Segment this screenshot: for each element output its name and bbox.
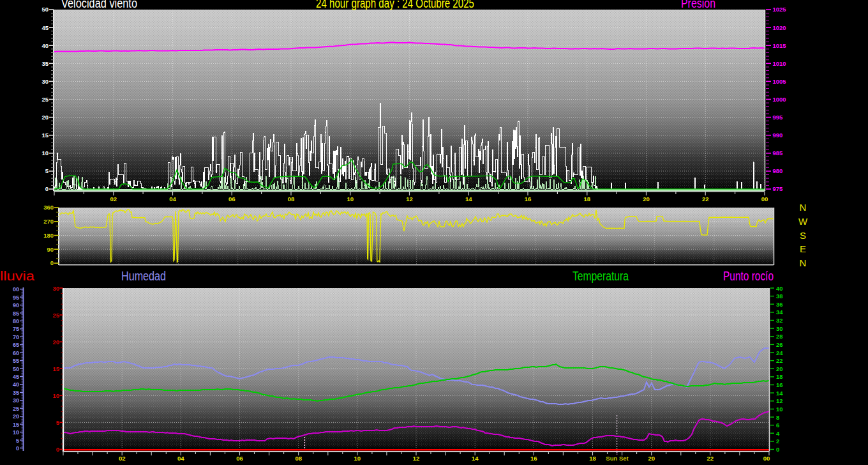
svg-text:85: 85 [13, 310, 19, 317]
svg-text:90: 90 [47, 246, 54, 253]
svg-text:5: 5 [56, 419, 60, 426]
svg-text:00: 00 [13, 286, 19, 293]
svg-text:0: 0 [56, 446, 59, 453]
svg-text:20: 20 [52, 339, 59, 346]
svg-text:30: 30 [13, 397, 19, 404]
svg-text:00: 00 [763, 455, 770, 462]
svg-text:20: 20 [13, 413, 19, 420]
svg-text:30: 30 [52, 285, 59, 292]
svg-text:360: 360 [43, 204, 54, 211]
svg-text:10: 10 [13, 429, 19, 436]
svg-text:10: 10 [52, 392, 59, 399]
svg-text:180: 180 [43, 232, 54, 239]
svg-text:1005: 1005 [773, 78, 787, 85]
svg-text:0: 0 [45, 185, 49, 192]
svg-text:45: 45 [41, 24, 49, 31]
svg-text:15: 15 [52, 365, 59, 372]
svg-text:16: 16 [530, 455, 537, 462]
svg-text:25: 25 [13, 406, 19, 412]
svg-text:35: 35 [13, 390, 19, 396]
svg-text:36: 36 [776, 301, 783, 308]
svg-text:08: 08 [295, 455, 302, 462]
svg-text:8: 8 [776, 414, 779, 421]
svg-text:40: 40 [776, 285, 783, 292]
svg-text:14: 14 [465, 195, 472, 202]
svg-text:1000: 1000 [773, 96, 786, 103]
svg-text:Presión: Presión [681, 0, 715, 10]
svg-text:985: 985 [773, 149, 784, 156]
svg-text:1020: 1020 [773, 24, 786, 31]
svg-text:10: 10 [347, 195, 354, 202]
svg-text:35: 35 [41, 60, 49, 67]
svg-text:5: 5 [45, 167, 49, 174]
svg-text:25: 25 [52, 312, 59, 319]
svg-text:0: 0 [16, 445, 19, 452]
svg-text:22: 22 [707, 455, 714, 462]
svg-text:30: 30 [41, 78, 49, 85]
svg-text:1015: 1015 [773, 42, 787, 49]
svg-text:W: W [798, 216, 808, 227]
svg-text:10: 10 [776, 406, 783, 413]
svg-text:20: 20 [41, 114, 49, 121]
svg-text:Temperatura: Temperatura [572, 269, 629, 283]
svg-text:12: 12 [406, 195, 413, 202]
svg-text:20: 20 [648, 455, 655, 462]
svg-text:270: 270 [43, 218, 54, 225]
svg-text:16: 16 [776, 381, 783, 388]
svg-text:14: 14 [472, 455, 479, 462]
svg-text:50: 50 [13, 366, 19, 372]
svg-text:45: 45 [13, 374, 19, 380]
svg-text:20: 20 [776, 365, 783, 372]
svg-text:980: 980 [773, 167, 783, 174]
svg-text:N: N [800, 257, 807, 268]
svg-text:50: 50 [41, 6, 49, 13]
svg-text:Punto rocío: Punto rocío [723, 269, 774, 283]
svg-text:22: 22 [776, 357, 783, 364]
svg-text:12: 12 [776, 397, 783, 404]
svg-text:28: 28 [776, 333, 783, 340]
svg-text:04: 04 [177, 455, 184, 462]
svg-text:15: 15 [41, 132, 49, 139]
svg-text:34: 34 [776, 309, 783, 316]
svg-text:12: 12 [413, 455, 420, 462]
svg-text:00: 00 [761, 195, 768, 202]
svg-text:N: N [800, 202, 807, 213]
svg-text:22: 22 [702, 195, 709, 202]
svg-text:5: 5 [16, 438, 19, 444]
svg-text:18: 18 [776, 373, 783, 380]
svg-text:30: 30 [776, 325, 783, 332]
svg-text:Velocidad viento: Velocidad viento [61, 0, 137, 10]
svg-text:90: 90 [13, 302, 19, 309]
svg-text:0: 0 [50, 259, 54, 266]
svg-text:24 hour graph day : 24 Octubre: 24 hour graph day : 24 Octubre 2025 [316, 0, 474, 10]
svg-text:Humedad: Humedad [121, 269, 166, 283]
svg-text:65: 65 [13, 342, 19, 348]
svg-text:40: 40 [41, 42, 49, 49]
svg-text:15: 15 [13, 422, 19, 428]
svg-text:975: 975 [773, 185, 784, 192]
svg-text:2: 2 [776, 438, 779, 445]
svg-text:60: 60 [13, 350, 19, 356]
svg-text:18: 18 [589, 455, 596, 462]
svg-text:16: 16 [525, 195, 532, 202]
svg-text:6: 6 [776, 422, 779, 429]
svg-text:24: 24 [776, 349, 783, 356]
svg-text:10: 10 [354, 455, 361, 462]
svg-text:06: 06 [228, 195, 236, 202]
svg-text:S: S [800, 230, 806, 241]
svg-text:14: 14 [776, 390, 783, 397]
svg-text:20: 20 [643, 195, 650, 202]
svg-text:32: 32 [776, 317, 783, 324]
svg-text:04: 04 [169, 195, 176, 202]
svg-text:1025: 1025 [773, 6, 787, 13]
svg-text:25: 25 [41, 96, 49, 103]
svg-text:80: 80 [13, 318, 19, 324]
svg-text:02: 02 [110, 195, 117, 202]
svg-text:0: 0 [776, 446, 779, 453]
svg-text:55: 55 [13, 358, 19, 364]
svg-text:02: 02 [119, 455, 126, 462]
svg-text:4: 4 [776, 430, 780, 437]
svg-text:08: 08 [288, 195, 295, 202]
svg-text:E: E [800, 243, 806, 254]
svg-text:70: 70 [13, 334, 19, 340]
